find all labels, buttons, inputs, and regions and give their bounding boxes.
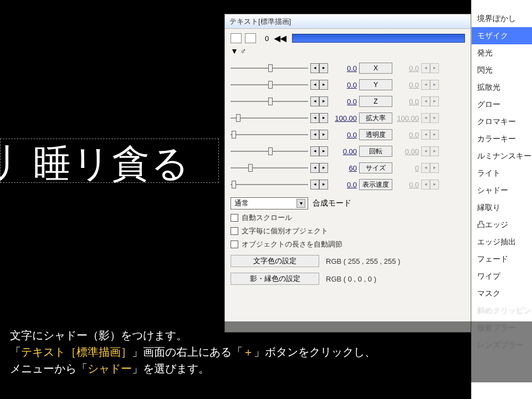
instruction-overlay: 文字にシャドー（影）をつけます。 「テキスト［標準描画］」画面の右上にある「＋」… [0,321,532,382]
menu-item-ライト[interactable]: ライト [472,165,532,182]
nudge-left-icon[interactable]: ◂ [421,113,430,123]
menu-item-モザイク[interactable]: モザイク [472,27,532,44]
param-button-Y[interactable]: Y [359,79,392,90]
menu-item-フェード[interactable]: フェード [472,250,532,268]
param-value-end: 100.00 [395,114,419,122]
menu-item-エッジ抽出[interactable]: エッジ抽出 [472,233,532,250]
text-color-button[interactable]: 文字色の設定 [231,255,319,267]
slider-拡大率[interactable] [231,114,308,122]
param-value[interactable]: 0.0 [330,131,357,139]
menu-item-発光[interactable]: 発光 [472,44,532,62]
slider-透明度[interactable] [231,130,308,139]
slider-Y[interactable] [231,80,308,89]
nudge-left-icon[interactable]: ◂ [310,63,319,73]
nudge-left-icon[interactable]: ◂ [310,180,319,190]
nudge-right-icon[interactable]: ▸ [430,180,439,190]
menu-item-グロー[interactable]: グロー [472,96,532,113]
menu-item-閃光[interactable]: 閃光 [472,62,532,79]
collapse-icon[interactable]: ▼ [231,47,238,55]
nudge-left-icon[interactable]: ◂ [421,180,430,190]
param-button-Z[interactable]: Z [359,96,392,107]
toggle-2[interactable] [245,33,256,43]
nudge-left-icon[interactable]: ◂ [310,113,319,123]
menu-item-マスク[interactable]: マスク [472,285,532,302]
checkbox[interactable] [231,241,238,248]
nudge-left-icon[interactable]: ◂ [421,96,430,106]
slider-表示速度[interactable] [231,180,308,189]
param-button-表示速度[interactable]: 表示速度 [359,179,392,190]
chevron-down-icon: ▾ [296,199,305,208]
menu-item-ワイプ[interactable]: ワイプ [472,268,532,285]
nudge-right-icon[interactable]: ▸ [430,163,439,173]
menu-item-縁取り[interactable]: 縁取り [472,199,532,216]
param-row-表示速度: ◂▸0.0表示速度0.0◂▸ [231,176,465,193]
nudge-right-icon[interactable]: ▸ [319,80,328,90]
nudge-right-icon[interactable]: ▸ [319,180,328,190]
nudge-left-icon[interactable]: ◂ [310,146,319,156]
checkbox-label: オブジェクトの長さを自動調節 [242,239,342,249]
slider-X[interactable] [231,64,308,73]
param-value-end: 0.0 [395,81,419,89]
shadow-color-value: RGB ( 0 , 0 , 0 ) [326,275,376,283]
menu-item-境界ぼかし[interactable]: 境界ぼかし [472,10,532,27]
param-button-透明度[interactable]: 透明度 [359,129,392,140]
menu-item-クロマキー[interactable]: クロマキー [472,113,532,130]
param-value[interactable]: 60 [330,164,357,172]
nudge-right-icon[interactable]: ▸ [430,96,439,106]
rewind-icon[interactable]: ◀◀ [274,34,287,43]
nudge-right-icon[interactable]: ▸ [319,146,328,156]
checkbox-row: 文字毎に個別オブジェクト [231,226,465,236]
slider-Z[interactable] [231,97,308,106]
toggle-1[interactable] [231,33,242,43]
nudge-left-icon[interactable]: ◂ [421,163,430,173]
nudge-right-icon[interactable]: ▸ [430,63,439,73]
nudge-right-icon[interactable]: ▸ [319,96,328,106]
param-button-回転[interactable]: 回転 [359,146,392,157]
menu-item-凸エッジ[interactable]: 凸エッジ [472,216,532,233]
nudge-left-icon[interactable]: ◂ [421,130,430,140]
param-value[interactable]: 0.0 [330,181,357,189]
param-row-Z: ◂▸0.0Z0.0◂▸ [231,93,465,110]
param-button-拡大率[interactable]: 拡大率 [359,112,392,124]
checkbox[interactable] [231,214,238,222]
nudge-left-icon[interactable]: ◂ [310,96,319,106]
nudge-right-icon[interactable]: ▸ [430,80,439,90]
param-value[interactable]: 0.00 [330,147,357,156]
nudge-left-icon[interactable]: ◂ [421,146,430,156]
param-row-X: ◂▸0.0X0.0◂▸ [231,60,465,76]
nudge-right-icon[interactable]: ▸ [430,130,439,140]
param-value[interactable]: 0.0 [330,98,357,106]
checkbox[interactable] [231,227,238,235]
nudge-left-icon[interactable]: ◂ [310,80,319,90]
param-value-end: 0 [395,164,419,172]
checkbox-label: 文字毎に個別オブジェクト [242,226,328,236]
nudge-right-icon[interactable]: ▸ [319,63,328,73]
param-value[interactable]: 0.0 [330,64,357,73]
nudge-right-icon[interactable]: ▸ [319,163,328,173]
panel-title[interactable]: テキスト[標準描画] [225,14,470,29]
menu-item-カラーキー[interactable]: カラーキー [472,130,532,147]
timeline-bar[interactable] [292,34,465,43]
nudge-right-icon[interactable]: ▸ [430,113,439,123]
nudge-left-icon[interactable]: ◂ [310,163,319,173]
param-value[interactable]: 0.0 [330,81,357,89]
nudge-right-icon[interactable]: ▸ [319,113,328,123]
menu-item-ルミナンスキー[interactable]: ルミナンスキー [472,147,532,165]
param-button-サイズ[interactable]: サイズ [359,162,392,173]
blend-mode-dropdown[interactable]: 通常 ▾ [231,197,308,209]
param-value[interactable]: 100.00 [330,114,357,122]
nudge-left-icon[interactable]: ◂ [421,80,430,90]
nudge-left-icon[interactable]: ◂ [421,63,430,73]
shadow-color-button[interactable]: 影・縁色の設定 [231,273,319,285]
nudge-right-icon[interactable]: ▸ [319,130,328,140]
menu-item-拡散光[interactable]: 拡散光 [472,79,532,96]
menu-item-シャドー[interactable]: シャドー [472,182,532,199]
param-button-X[interactable]: X [359,63,392,74]
slider-サイズ[interactable] [231,163,308,172]
menu-item-斜めクリッピング[interactable]: 斜めクリッピング [472,302,532,319]
slider-回転[interactable] [231,147,308,156]
instruction-line1: 文字にシャドー（影）をつけます。 [10,329,187,342]
nudge-left-icon[interactable]: ◂ [310,130,319,140]
loop-icon[interactable]: ♂ [241,47,247,55]
nudge-right-icon[interactable]: ▸ [430,146,439,156]
